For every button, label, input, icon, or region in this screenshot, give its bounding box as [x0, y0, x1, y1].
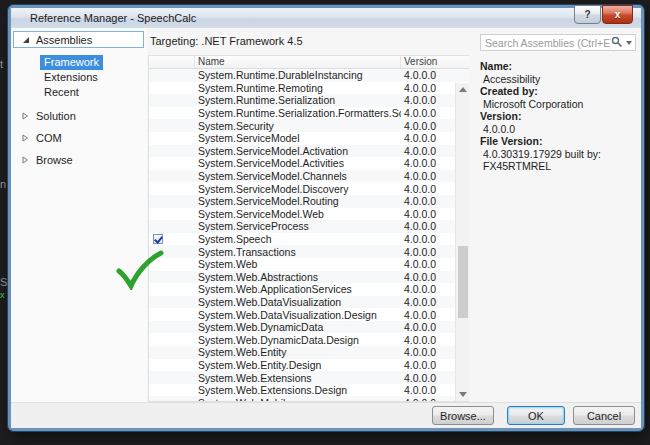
checkbox-cell[interactable]: [149, 121, 195, 131]
sidebar-item-label: Solution: [36, 110, 76, 122]
checkbox-cell[interactable]: [149, 70, 195, 80]
checkbox-cell[interactable]: [149, 259, 195, 269]
titlebar[interactable]: Reference Manager - SpeechCalc ? x: [11, 8, 641, 28]
column-header-checkbox[interactable]: [149, 56, 195, 68]
sidebar-item-com[interactable]: COM: [11, 130, 147, 145]
checkbox-cell[interactable]: [149, 322, 195, 332]
assembly-row[interactable]: System.Web.DynamicData 4.0.0.0: [149, 321, 469, 334]
scroll-up-button[interactable]: [456, 83, 470, 96]
assembly-checkbox[interactable]: [153, 234, 163, 244]
assembly-name: System.Web.Extensions.Design: [195, 384, 401, 396]
assembly-list[interactable]: Name Version System.Runtime.DurableInsta…: [148, 55, 469, 402]
assembly-row[interactable]: System.ServiceProcess 4.0.0.0: [149, 220, 469, 233]
sidebar-item-framework[interactable]: Framework: [40, 55, 103, 70]
checkbox-cell[interactable]: [149, 347, 195, 357]
assembly-row[interactable]: System.Runtime.Remoting 4.0.0.0: [149, 82, 469, 95]
window-buttons: ? x: [574, 5, 633, 24]
checkbox-cell[interactable]: [149, 133, 195, 143]
assembly-row[interactable]: System.ServiceModel.Channels 4.0.0.0: [149, 170, 469, 183]
scrollbar-thumb[interactable]: [458, 246, 468, 318]
sidebar-item-assemblies[interactable]: Assemblies: [13, 31, 144, 48]
assemblies-children: Framework Extensions Recent: [11, 55, 147, 100]
ok-button[interactable]: OK: [507, 406, 565, 425]
collapsed-triangle-icon: [21, 112, 29, 120]
assembly-row[interactable]: System.Web.Extensions.Design 4.0.0.0: [149, 384, 469, 397]
search-placeholder: Search Assemblies (Ctrl+E): [485, 37, 611, 49]
checkbox-cell[interactable]: [149, 310, 195, 320]
checkbox-cell[interactable]: [149, 108, 195, 118]
assembly-name: System.Web.DynamicData.Design: [195, 334, 401, 346]
search-assemblies-input[interactable]: Search Assemblies (Ctrl+E): [480, 34, 636, 51]
list-scrollbar[interactable]: [455, 83, 469, 401]
checkbox-cell[interactable]: [149, 146, 195, 156]
assembly-row[interactable]: System.ServiceModel.Activities 4.0.0.0: [149, 157, 469, 170]
sidebar-item-recent[interactable]: Recent: [40, 85, 83, 100]
detail-created-by-value: Microsoft Corporation: [480, 98, 637, 111]
assembly-row[interactable]: System.Transactions 4.0.0.0: [149, 245, 469, 258]
detail-file-version-value2: FX45RTMREL: [480, 160, 637, 173]
checkbox-cell[interactable]: [149, 196, 195, 206]
sidebar-item-browse[interactable]: Browse: [11, 152, 147, 167]
sidebar-item-label: Browse: [36, 154, 73, 166]
column-header-version[interactable]: Version: [401, 56, 469, 68]
checkbox-cell[interactable]: [149, 398, 195, 401]
checkbox-cell[interactable]: [149, 234, 195, 244]
assembly-name: System.Web.DataVisualization: [195, 296, 401, 308]
checkbox-cell[interactable]: [149, 373, 195, 383]
search-dropdown-caret-icon[interactable]: [626, 41, 632, 45]
column-header-name[interactable]: Name: [195, 56, 401, 68]
detail-created-by-label: Created by:: [480, 85, 637, 98]
scroll-down-button[interactable]: [456, 388, 470, 401]
assembly-details: Name: Accessibility Created by: Microsof…: [480, 60, 637, 173]
collapsed-triangle-icon: [21, 156, 29, 164]
assembly-row[interactable]: System.ServiceModel.Routing 4.0.0.0: [149, 195, 469, 208]
checkbox-cell[interactable]: [149, 272, 195, 282]
checkbox-cell[interactable]: [149, 284, 195, 294]
assembly-row[interactable]: System.Web.Extensions 4.0.0.0: [149, 371, 469, 384]
assembly-row[interactable]: System.Web.DataVisualization.Design 4.0.…: [149, 308, 469, 321]
checkbox-cell[interactable]: [149, 83, 195, 93]
assembly-row[interactable]: System.Web 4.0.0.0: [149, 258, 469, 271]
assembly-row[interactable]: System.Web.Entity.Design 4.0.0.0: [149, 359, 469, 372]
assembly-name: System.ServiceModel: [195, 132, 401, 144]
assembly-name: System.Web.Abstractions: [195, 271, 401, 283]
checkbox-cell[interactable]: [149, 247, 195, 257]
assembly-row[interactable]: System.Speech 4.0.0.0: [149, 233, 469, 246]
checkbox-cell[interactable]: [149, 184, 195, 194]
assembly-name: System.Web.DynamicData: [195, 321, 401, 333]
assembly-row[interactable]: System.Web.Entity 4.0.0.0: [149, 346, 469, 359]
checkbox-cell[interactable]: [149, 209, 195, 219]
background-text-fragment: S: [0, 276, 8, 288]
assembly-row[interactable]: System.Web.DynamicData.Design 4.0.0.0: [149, 333, 469, 346]
background-text-fragment: n: [0, 178, 8, 190]
checkbox-cell[interactable]: [149, 158, 195, 168]
assembly-name: System.Web: [195, 258, 401, 270]
checkbox-cell[interactable]: [149, 335, 195, 345]
checkbox-cell[interactable]: [149, 171, 195, 181]
checkbox-cell[interactable]: [149, 95, 195, 105]
checkbox-cell[interactable]: [149, 221, 195, 231]
assembly-row[interactable]: System.Web.DataVisualization 4.0.0.0: [149, 296, 469, 309]
sidebar-item-extensions[interactable]: Extensions: [40, 70, 102, 85]
search-icon[interactable]: [611, 34, 623, 52]
checkbox-cell[interactable]: [149, 297, 195, 307]
cancel-button[interactable]: Cancel: [573, 406, 635, 425]
close-button[interactable]: x: [602, 5, 633, 24]
assembly-row[interactable]: System.ServiceModel 4.0.0.0: [149, 132, 469, 145]
assembly-row[interactable]: System.Security 4.0.0.0: [149, 119, 469, 132]
assembly-row[interactable]: System.Web.Mobile 4.0.0.0: [149, 396, 469, 401]
footer: Browse... OK Cancel: [11, 402, 641, 428]
help-button[interactable]: ?: [574, 5, 601, 24]
browse-button[interactable]: Browse...: [432, 406, 494, 425]
assembly-row[interactable]: System.Runtime.Serialization 4.0.0.0: [149, 94, 469, 107]
assembly-row[interactable]: System.ServiceModel.Activation 4.0.0.0: [149, 145, 469, 158]
assembly-row[interactable]: System.Runtime.DurableInstancing 4.0.0.0: [149, 69, 469, 82]
assembly-row[interactable]: System.Web.ApplicationServices 4.0.0.0: [149, 283, 469, 296]
sidebar-item-solution[interactable]: Solution: [11, 108, 147, 123]
assembly-row[interactable]: System.Web.Abstractions 4.0.0.0: [149, 271, 469, 284]
checkbox-cell[interactable]: [149, 360, 195, 370]
assembly-row[interactable]: System.ServiceModel.Web 4.0.0.0: [149, 208, 469, 221]
assembly-row[interactable]: System.ServiceModel.Discovery 4.0.0.0: [149, 182, 469, 195]
assembly-row[interactable]: System.Runtime.Serialization.Formatters.…: [149, 107, 469, 120]
checkbox-cell[interactable]: [149, 385, 195, 395]
